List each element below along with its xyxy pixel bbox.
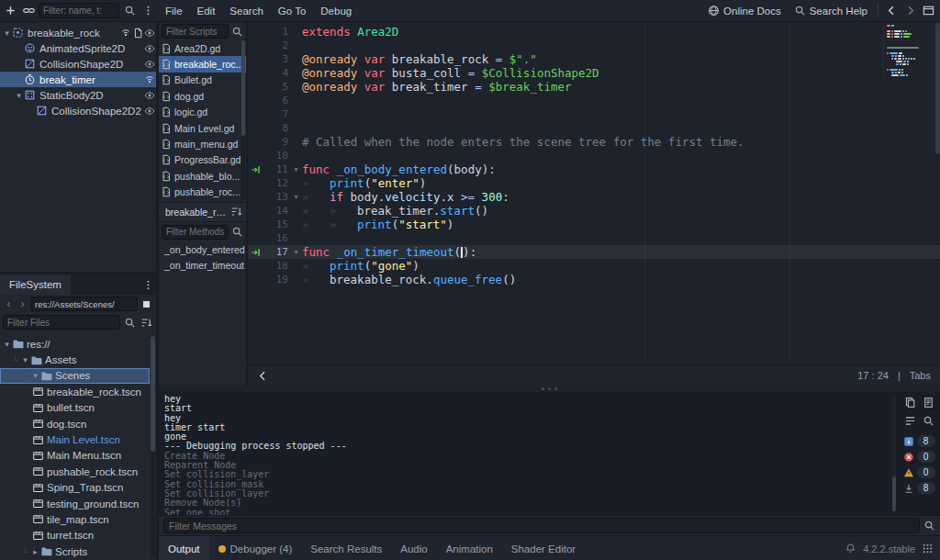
file-scenes[interactable]: └▾Scenes <box>0 368 150 384</box>
vertical-splitter[interactable] <box>156 21 159 560</box>
online-docs-button[interactable]: Online Docs <box>702 2 787 20</box>
bottom-tab-shader-editor[interactable]: Shader Editor <box>502 536 585 560</box>
code-line-8[interactable]: 8 <box>248 121 940 135</box>
history-back-button[interactable] <box>883 3 900 19</box>
file-main-menu-tscn[interactable]: Main Menu.tscn <box>0 448 150 464</box>
copy-output-button[interactable] <box>902 395 917 409</box>
instantiate-scene-button[interactable] <box>20 3 37 19</box>
editor-scrollbar[interactable] <box>935 21 940 365</box>
method-item-on-timer-timeout[interactable]: _on_timer_timeout <box>159 257 246 273</box>
filesystem-scrollbar[interactable] <box>151 336 155 558</box>
file-bullet-tscn[interactable]: bullet.tscn <box>0 400 150 416</box>
filter-scripts-input[interactable] <box>162 24 229 39</box>
expand-arrow-icon[interactable]: ▾ <box>30 371 40 380</box>
code-line-5[interactable]: 5@onready var break_timer = $break_timer <box>248 80 940 94</box>
expand-arrow-icon[interactable]: ▾ <box>20 355 30 364</box>
make-floating-button[interactable] <box>920 3 936 19</box>
console-log[interactable]: heystartheytimer startgone--- Debugging … <box>159 392 898 515</box>
file-pushable-rock-tscn[interactable]: pushable_rock.tscn <box>0 464 150 479</box>
add-node-button[interactable] <box>2 3 18 19</box>
fs-forward-button[interactable]: › <box>17 297 28 310</box>
fs-search-button[interactable] <box>123 316 137 330</box>
toggle-split-mode-button[interactable] <box>140 297 153 311</box>
eye-icon[interactable] <box>144 59 155 70</box>
code-line-3[interactable]: 3@onready var breakable_rock = $"." <box>248 52 940 66</box>
bottom-tab-search-results[interactable]: Search Results <box>301 536 391 560</box>
current-script-row[interactable]: breakable_rock.g <box>159 202 246 222</box>
bottom-tab-output[interactable]: Output <box>159 536 209 560</box>
eye-icon[interactable] <box>144 106 155 117</box>
code-line-1[interactable]: 1extends Area2D <box>248 25 940 39</box>
method-item-on-body-entered[interactable]: _on_body_entered <box>159 241 246 257</box>
clear-output-button[interactable] <box>921 395 935 409</box>
code-line-4[interactable]: 4@onready var busta_coll = $CollisionSha… <box>248 66 940 80</box>
method-sort-icon[interactable] <box>230 206 242 218</box>
script-item-main-menu-gd[interactable]: main_menu.gd <box>159 136 246 151</box>
file-dog-tscn[interactable]: dog.tscn <box>0 416 150 431</box>
messages-filter-button[interactable]: 8 <box>903 435 935 447</box>
scene-node-staticbody2d[interactable]: ▾StaticBody2D <box>0 87 156 103</box>
bottom-tab-audio[interactable]: Audio <box>391 536 436 560</box>
scene-dock-menu-button[interactable] <box>140 3 156 19</box>
code-line-12[interactable]: 12»print("enter") <box>248 176 940 190</box>
fold-arrow-icon[interactable]: ▾ <box>290 165 302 174</box>
script-item-bullet-gd[interactable]: Bullet.gd <box>159 73 246 88</box>
eye-icon[interactable] <box>144 90 155 101</box>
code-line-2[interactable]: 2 <box>248 39 940 52</box>
code-line-13[interactable]: 13▾»if body.velocity.x >= 300: <box>248 190 940 204</box>
scene-node-animatedsprite2d[interactable]: AnimatedSprite2D <box>0 40 156 56</box>
file-testing-ground-tscn[interactable]: testing_ground.tscn <box>0 496 150 511</box>
filesystem-menu-button[interactable] <box>140 276 156 293</box>
word-wrap-button[interactable] <box>902 413 917 428</box>
horizontal-splitter[interactable] <box>159 386 940 392</box>
script-icon[interactable] <box>132 28 143 39</box>
scene-search-button[interactable] <box>121 3 138 19</box>
signal-connection-icon[interactable] <box>248 247 264 258</box>
menu-debug[interactable]: Debug <box>313 0 359 21</box>
file-turret-tscn[interactable]: turret.tscn <box>0 528 150 543</box>
fold-arrow-icon[interactable]: ▾ <box>290 193 302 201</box>
file-breakable-rock-tscn[interactable]: breakable_rock.tscn <box>0 384 150 399</box>
code-line-18[interactable]: 18»print("gone") <box>248 259 940 273</box>
history-forward-button[interactable] <box>901 3 918 19</box>
code-line-15[interactable]: 15»»print("start") <box>248 218 940 231</box>
file-res[interactable]: ▾res:// <box>0 336 150 352</box>
eye-icon[interactable] <box>144 43 155 54</box>
scene-filter-input[interactable] <box>39 3 119 18</box>
scene-node-collisionshape2d2[interactable]: CollisionShape2D2 <box>0 103 156 118</box>
file-tile-map-tscn[interactable]: tile_map.tscn <box>0 511 150 527</box>
code-line-11[interactable]: 11▾func _on_body_entered(body): <box>248 162 940 176</box>
layout-grid-icon[interactable] <box>922 543 934 554</box>
scrollbar-thumb[interactable] <box>935 23 940 154</box>
code-line-10[interactable]: 10 <box>248 149 940 162</box>
code-line-17[interactable]: 17▾func _on_timer_timeout(): <box>248 245 940 259</box>
code-minimap[interactable] <box>883 25 934 77</box>
code-line-9[interactable]: 9# Called when the node enters the scene… <box>248 135 940 149</box>
expand-arrow-icon[interactable]: ▾ <box>2 340 12 349</box>
fold-arrow-icon[interactable]: ▾ <box>290 248 302 256</box>
script-item-breakable-roc[interactable]: breakable_roc... <box>159 56 246 72</box>
filter-methods-input[interactable] <box>162 225 229 240</box>
fs-sort-button[interactable] <box>140 316 153 330</box>
code-line-19[interactable]: 19»breakable_rock.queue_free() <box>248 273 940 286</box>
scrollbar-thumb[interactable] <box>151 336 155 452</box>
output-search-button[interactable] <box>921 413 935 428</box>
script-item-logic-gd[interactable]: logic.gd <box>159 105 246 120</box>
console-scrollbar[interactable] <box>892 396 896 511</box>
script-item-main-level-gd[interactable]: Main Level.gd <box>159 120 246 136</box>
indent-mode[interactable]: Tabs <box>910 370 931 381</box>
warnings-filter-button[interactable]: 0 <box>903 466 935 478</box>
scene-node-collisionshape2d[interactable]: CollisionShape2D <box>0 56 156 72</box>
script-item-pushable-roc[interactable]: pushable_roc... <box>159 185 246 200</box>
expand-arrow-icon[interactable]: ▾ <box>2 28 12 38</box>
expand-arrow-icon[interactable]: ▸ <box>30 547 40 556</box>
code-line-16[interactable]: 16 <box>248 231 940 245</box>
code-area[interactable]: 1extends Area2D23@onready var breakable_… <box>248 21 940 365</box>
script-item-dog-gd[interactable]: dog.gd <box>159 88 246 104</box>
code-line-14[interactable]: 14»»break_timer.start() <box>248 204 940 218</box>
scrollbar-thumb[interactable] <box>892 476 896 511</box>
menu-search[interactable]: Search <box>222 0 270 21</box>
fs-path-input[interactable] <box>30 297 138 311</box>
code-line-7[interactable]: 7 <box>248 107 940 121</box>
code-line-6[interactable]: 6 <box>248 94 940 107</box>
